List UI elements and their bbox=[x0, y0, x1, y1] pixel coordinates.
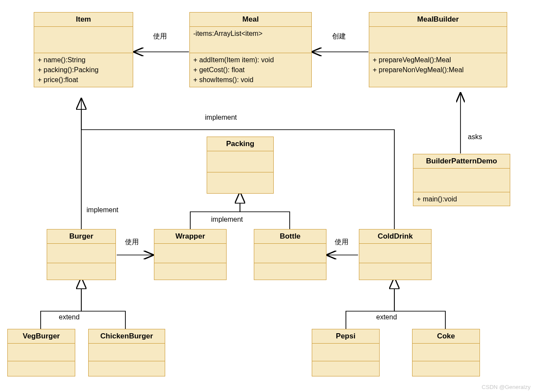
label-extend: extend bbox=[59, 313, 80, 321]
class-title: Wrapper bbox=[154, 229, 226, 244]
class-mealbuilder: MealBuilder + prepareVegMeal():Meal + pr… bbox=[369, 12, 507, 87]
class-title: Bottle bbox=[254, 229, 326, 244]
class-attrs bbox=[312, 344, 379, 361]
class-ops: + name():String + packing():Packing + pr… bbox=[34, 53, 133, 87]
class-packing: Packing bbox=[207, 137, 274, 194]
class-attrs bbox=[254, 244, 326, 263]
class-attrs bbox=[154, 244, 226, 263]
class-chickenburger: ChickenBurger bbox=[88, 329, 165, 376]
class-pepsi: Pepsi bbox=[312, 329, 380, 376]
label-create: 创建 bbox=[332, 32, 346, 41]
class-attrs bbox=[34, 27, 133, 53]
class-attrs bbox=[207, 151, 273, 172]
label-use: 使用 bbox=[335, 238, 349, 247]
class-ops bbox=[359, 263, 431, 280]
label-use: 使用 bbox=[153, 32, 167, 41]
class-ops: + addItem(Item item): void + getCost(): … bbox=[190, 53, 311, 87]
class-attrs bbox=[47, 244, 115, 263]
class-title: Meal bbox=[190, 13, 311, 27]
class-ops: + prepareVegMeal():Meal + prepareNonVegM… bbox=[369, 53, 507, 87]
class-title: VegBurger bbox=[8, 329, 75, 344]
class-ops: + main():void bbox=[413, 192, 510, 206]
class-attrs bbox=[8, 344, 75, 361]
class-title: ColdDrink bbox=[359, 229, 431, 244]
class-builderpatterndemo: BuilderPatternDemo + main():void bbox=[413, 154, 510, 206]
class-attrs bbox=[89, 344, 165, 361]
class-ops bbox=[412, 361, 480, 376]
class-title: Burger bbox=[47, 229, 115, 244]
class-title: Coke bbox=[412, 329, 480, 344]
class-ops bbox=[207, 172, 273, 193]
class-title: BuilderPatternDemo bbox=[413, 154, 510, 169]
class-title: Item bbox=[34, 13, 133, 27]
class-ops bbox=[47, 263, 115, 280]
class-item: Item + name():String + packing():Packing… bbox=[34, 12, 133, 87]
class-wrapper: Wrapper bbox=[154, 229, 227, 280]
class-ops bbox=[8, 361, 75, 376]
class-coke: Coke bbox=[412, 329, 480, 376]
label-use: 使用 bbox=[125, 238, 139, 247]
class-vegburger: VegBurger bbox=[7, 329, 75, 376]
class-bottle: Bottle bbox=[254, 229, 326, 280]
label-asks: asks bbox=[468, 133, 482, 141]
class-burger: Burger bbox=[47, 229, 116, 280]
class-attrs: -items:ArrayList<item> bbox=[190, 27, 311, 53]
class-attrs bbox=[413, 169, 510, 192]
class-title: Packing bbox=[207, 137, 273, 151]
class-ops bbox=[254, 263, 326, 280]
class-attrs bbox=[412, 344, 480, 361]
label-implement: implement bbox=[211, 216, 243, 223]
class-colddrink: ColdDrink bbox=[359, 229, 432, 280]
class-attrs bbox=[369, 27, 507, 53]
watermark: CSDN @Generalzy bbox=[482, 384, 531, 390]
label-extend: extend bbox=[376, 313, 397, 321]
class-ops bbox=[154, 263, 226, 280]
class-title: ChickenBurger bbox=[89, 329, 165, 344]
label-implement: implement bbox=[86, 206, 118, 214]
class-ops bbox=[312, 361, 379, 376]
class-title: MealBuilder bbox=[369, 13, 507, 27]
label-implement: implement bbox=[205, 114, 237, 121]
class-meal: Meal -items:ArrayList<item> + addItem(It… bbox=[189, 12, 312, 87]
class-attrs bbox=[359, 244, 431, 263]
class-title: Pepsi bbox=[312, 329, 379, 344]
class-ops bbox=[89, 361, 165, 376]
